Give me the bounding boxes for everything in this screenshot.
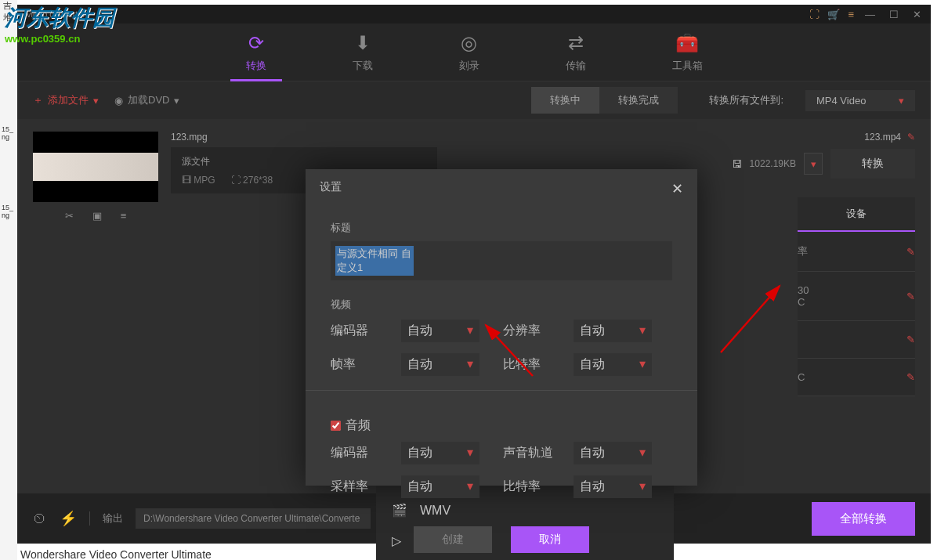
video-bitrate-select[interactable]: 自动▾ [574, 353, 652, 376]
modal-title: 设置 [320, 180, 342, 197]
tab-transfer[interactable]: ⇄ 传输 [550, 23, 602, 81]
audio-bitrate-select[interactable]: 自动▾ [574, 475, 652, 498]
tab-label: 刻录 [459, 59, 479, 73]
samplerate-label: 采样率 [331, 479, 385, 495]
modal-header: 设置 ✕ [306, 169, 697, 208]
convert-all-button[interactable]: 全部转换 [812, 502, 915, 536]
add-file-button[interactable]: ＋ 添加文件 ▾ [33, 93, 99, 107]
framerate-select[interactable]: 自动▾ [401, 353, 479, 376]
audio-checkbox[interactable] [331, 421, 341, 431]
output-format-dropdown[interactable]: ▾ [804, 153, 823, 175]
video-section: 视频 编码器 自动▾ 分辨率 自动▾ 帧率 自动▾ 比特率 自动▾ [306, 285, 697, 381]
adjust-icon[interactable]: ≡ [121, 210, 127, 222]
preset-row[interactable]: 30C✎ [798, 272, 915, 321]
edit-icon[interactable]: ✎ [906, 291, 915, 302]
channel-select[interactable]: 自动▾ [574, 442, 652, 464]
maximize-button[interactable]: ☐ [886, 9, 902, 20]
edit-icon[interactable]: ✎ [906, 246, 915, 258]
bitrate-label: 比特率 [503, 356, 558, 373]
menu-icon[interactable]: ≡ [848, 9, 854, 20]
convert-button[interactable]: 转换 [830, 149, 915, 179]
convert-icon: ⟳ [248, 32, 264, 54]
tab-download[interactable]: ⬇ 下载 [337, 23, 389, 81]
title-section: 标题 与源文件相同 自定义1 [306, 208, 697, 285]
chevron-down-icon: ▾ [639, 479, 646, 495]
logo-text: 河东软件园 [5, 3, 114, 33]
source-filename: 123.mpg [171, 132, 437, 143]
speed-icon[interactable]: ⚡ [60, 510, 77, 527]
thumb-column: ✂ ▣ ≡ [33, 132, 158, 222]
load-dvd-label: 加载DVD [128, 93, 169, 107]
output-size: 1022.19KB [750, 158, 796, 169]
gift-icon[interactable]: ⛶ [809, 9, 820, 20]
convert-all-to-label: 转换所有文件到: [709, 93, 783, 107]
framerate-label: 帧率 [331, 356, 385, 373]
preset-row[interactable]: C✎ [798, 359, 915, 396]
toolbox-icon: 🧰 [675, 32, 699, 54]
desktop-background: 吉堆 15_ ng 15_ ng [0, 0, 17, 560]
desktop-file[interactable]: 15_ ng [0, 172, 17, 251]
load-dvd-button[interactable]: ◉ 加载DVD ▾ [114, 93, 179, 107]
chevron-down-icon: ▾ [899, 95, 904, 107]
logo-url: www.pc0359.cn [5, 33, 114, 45]
crop-icon[interactable]: ▣ [92, 210, 102, 222]
output-label: 输出 [89, 511, 123, 526]
encoder-label: 编码器 [331, 445, 385, 461]
audio-label: 音频 [346, 417, 371, 434]
add-file-label: 添加文件 [48, 93, 89, 107]
tab-label: 转换 [246, 59, 266, 73]
chevron-down-icon: ▾ [174, 95, 179, 107]
chevron-down-icon: ▾ [467, 323, 473, 339]
watermark-logo: 河东软件园 www.pc0359.cn [5, 3, 114, 45]
minimize-button[interactable]: — [862, 9, 878, 20]
close-icon[interactable]: ✕ [671, 180, 683, 197]
chevron-down-icon: ▾ [811, 158, 816, 170]
device-tab[interactable]: 设备 [798, 197, 915, 232]
converted-tab[interactable]: 转换完成 [599, 87, 678, 114]
audio-checkbox-row: 音频 [331, 417, 672, 434]
desktop-file[interactable]: 15_ ng [0, 94, 17, 172]
disc-icon: ◉ [114, 95, 123, 107]
close-button[interactable]: ✕ [910, 9, 924, 20]
status-segment: 转换中 转换完成 [531, 87, 678, 114]
edit-icon[interactable]: ✎ [907, 132, 915, 143]
source-box-title: 源文件 [182, 155, 426, 168]
preset-row[interactable]: ✎ [798, 321, 915, 359]
thumbnail[interactable] [33, 132, 158, 202]
audio-encoder-select[interactable]: 自动▾ [401, 442, 479, 464]
download-icon: ⬇ [355, 32, 371, 54]
main-tabs: ⟳ 转换 ⬇ 下载 ◎ 刻录 ⇄ 传输 🧰 工具箱 [17, 23, 931, 81]
output-block: 123.mp4 ✎ 🖫 1022.19KB ▾ 转换 [732, 132, 915, 179]
audio-section: 音频 编码器 自动▾ 声音轨道 自动▾ 采样率 自动▾ 比特率 自动▾ [306, 400, 697, 503]
title-label: 标题 [331, 221, 672, 235]
right-panel: 设备 率✎ 30C✎ ✎ C✎ [798, 197, 915, 396]
format-select[interactable]: MP4 Video ▾ [805, 90, 915, 111]
size-icon: 🖫 [732, 158, 742, 170]
chevron-down-icon: ▾ [639, 445, 646, 461]
chevron-down-icon: ▾ [639, 356, 646, 373]
samplerate-select[interactable]: 自动▾ [401, 475, 479, 498]
page-caption: Wondershare Video Converter Ultimate [20, 548, 212, 560]
converting-tab[interactable]: 转换中 [531, 87, 599, 114]
create-button[interactable]: 创建 [414, 526, 492, 553]
titlebar: video converter ⛶ 🛒 ≡ — ☐ ✕ [17, 5, 931, 23]
output-info-row: 🖫 1022.19KB ▾ 转换 [732, 149, 915, 179]
title-input[interactable]: 与源文件相同 自定义1 [331, 241, 672, 280]
video-encoder-select[interactable]: 自动▾ [401, 320, 479, 342]
tab-burn[interactable]: ◎ 刻录 [443, 23, 495, 81]
tab-toolbox[interactable]: 🧰 工具箱 [657, 23, 718, 81]
cart-icon[interactable]: 🛒 [827, 9, 840, 20]
resolution-select[interactable]: 自动▾ [574, 320, 652, 342]
timer-icon[interactable]: ⏲ [33, 511, 47, 527]
edit-icon[interactable]: ✎ [906, 334, 915, 345]
preset-row[interactable]: 率✎ [798, 232, 915, 272]
burn-icon: ◎ [461, 32, 477, 54]
cancel-button[interactable]: 取消 [511, 526, 589, 553]
format-value: MP4 Video [816, 95, 866, 107]
tab-convert[interactable]: ⟳ 转换 [230, 23, 282, 81]
channel-label: 声音轨道 [503, 445, 558, 461]
thumb-tools: ✂ ▣ ≡ [33, 210, 158, 222]
edit-icon[interactable]: ✎ [906, 371, 915, 383]
cut-icon[interactable]: ✂ [65, 210, 74, 222]
chevron-down-icon: ▾ [93, 95, 99, 107]
